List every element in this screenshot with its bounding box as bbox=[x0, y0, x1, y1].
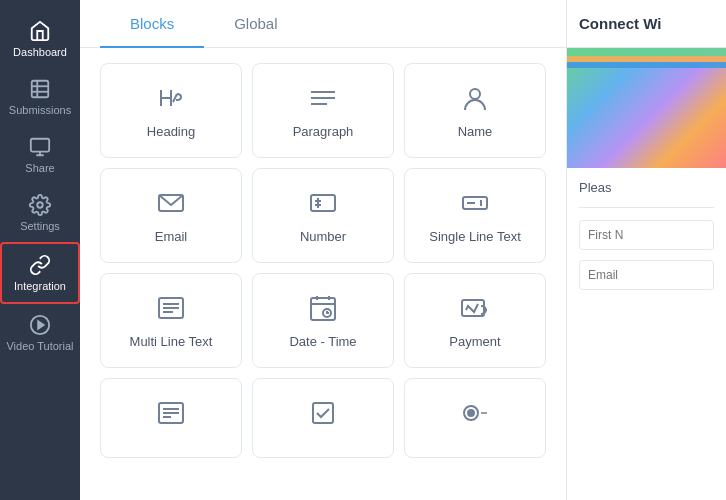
sidebar-item-dashboard-label: Dashboard bbox=[13, 46, 67, 58]
sidebar-item-settings[interactable]: Settings bbox=[0, 184, 80, 242]
block-heading[interactable]: Heading bbox=[100, 63, 242, 158]
block-single-line-label: Single Line Text bbox=[429, 229, 521, 244]
svg-point-36 bbox=[468, 410, 474, 416]
block-name[interactable]: Name bbox=[404, 63, 546, 158]
sidebar: Dashboard Submissions Share bbox=[0, 0, 80, 500]
dashboard-icon bbox=[29, 20, 51, 42]
svg-marker-7 bbox=[38, 321, 44, 328]
number-icon bbox=[307, 187, 339, 219]
svg-rect-24 bbox=[311, 298, 335, 320]
block-heading-label: Heading bbox=[147, 124, 195, 139]
svg-rect-34 bbox=[313, 403, 333, 423]
svg-rect-4 bbox=[31, 139, 49, 152]
block-multi-line-text[interactable]: Multi Line Text bbox=[100, 273, 242, 368]
right-panel-gradient bbox=[567, 48, 726, 168]
share-icon bbox=[29, 136, 51, 158]
sidebar-item-video-tutorial[interactable]: Video Tutorial bbox=[0, 304, 80, 362]
block-paragraph[interactable]: Paragraph bbox=[252, 63, 394, 158]
block-name-label: Name bbox=[458, 124, 493, 139]
svg-point-11 bbox=[470, 89, 480, 99]
sidebar-item-integration-label: Integration bbox=[14, 280, 66, 292]
right-panel-email-input[interactable] bbox=[579, 260, 714, 290]
main-content: Blocks Global Heading bbox=[80, 0, 566, 500]
list-icon bbox=[155, 397, 187, 429]
video-tutorial-icon bbox=[29, 314, 51, 336]
tabs-bar: Blocks Global bbox=[80, 0, 566, 48]
sidebar-item-settings-label: Settings bbox=[20, 220, 60, 232]
sidebar-item-submissions[interactable]: Submissions bbox=[0, 68, 80, 126]
block-single-line-text[interactable]: Single Line Text bbox=[404, 168, 546, 263]
right-panel-title: Connect Wi bbox=[567, 0, 726, 48]
block-date-time[interactable]: Date - Time bbox=[252, 273, 394, 368]
email-icon bbox=[155, 187, 187, 219]
block-payment-label: Payment bbox=[449, 334, 500, 349]
sidebar-item-video-tutorial-label: Video Tutorial bbox=[6, 340, 73, 352]
right-panel-body: Pleas bbox=[567, 168, 726, 302]
svg-rect-29 bbox=[462, 300, 484, 316]
sidebar-item-share[interactable]: Share bbox=[0, 126, 80, 184]
checkbox-icon bbox=[307, 397, 339, 429]
tab-global[interactable]: Global bbox=[204, 0, 307, 47]
multi-line-icon bbox=[155, 292, 187, 324]
radio-icon bbox=[459, 397, 491, 429]
paragraph-icon bbox=[307, 82, 339, 114]
block-extra1[interactable] bbox=[100, 378, 242, 458]
block-number[interactable]: Number bbox=[252, 168, 394, 263]
heading-icon bbox=[155, 82, 187, 114]
block-multi-line-label: Multi Line Text bbox=[130, 334, 213, 349]
block-number-label: Number bbox=[300, 229, 346, 244]
block-extra2[interactable] bbox=[252, 378, 394, 458]
blocks-grid: Heading Paragraph Name bbox=[80, 48, 566, 500]
sidebar-item-submissions-label: Submissions bbox=[9, 104, 71, 116]
sidebar-item-dashboard[interactable]: Dashboard bbox=[0, 10, 80, 68]
integration-icon bbox=[29, 254, 51, 276]
block-paragraph-label: Paragraph bbox=[293, 124, 354, 139]
settings-icon bbox=[29, 194, 51, 216]
right-panel-subtitle: Pleas bbox=[579, 180, 714, 195]
single-line-icon bbox=[459, 187, 491, 219]
right-panel: Connect Wi Pleas bbox=[566, 0, 726, 500]
tab-blocks[interactable]: Blocks bbox=[100, 0, 204, 47]
block-email-label: Email bbox=[155, 229, 188, 244]
block-date-time-label: Date - Time bbox=[289, 334, 356, 349]
block-payment[interactable]: Payment bbox=[404, 273, 546, 368]
svg-rect-13 bbox=[311, 195, 335, 211]
right-panel-firstname-input[interactable] bbox=[579, 220, 714, 250]
payment-icon bbox=[459, 292, 491, 324]
name-icon bbox=[459, 82, 491, 114]
sidebar-item-share-label: Share bbox=[25, 162, 54, 174]
date-time-icon bbox=[307, 292, 339, 324]
svg-rect-0 bbox=[32, 81, 49, 98]
block-extra3[interactable] bbox=[404, 378, 546, 458]
svg-point-5 bbox=[37, 202, 43, 208]
submissions-icon bbox=[29, 78, 51, 100]
block-email[interactable]: Email bbox=[100, 168, 242, 263]
sidebar-item-integration[interactable]: Integration bbox=[0, 242, 80, 304]
